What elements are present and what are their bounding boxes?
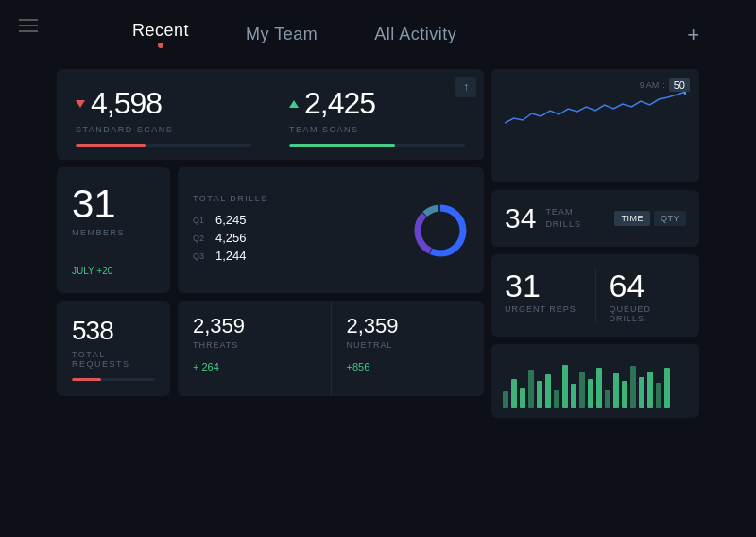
drills-q2-row: Q2 4,256 [193,231,397,245]
bar-item [562,365,568,408]
threats-number: 2,359 [193,314,316,338]
bar-item [630,366,636,408]
drills-q3-value: 1,244 [215,249,247,263]
requests-number: 538 [72,316,155,346]
team-scans-number: 2,425 [289,86,465,121]
threats-block: 2,359 THREATS + 264 [178,301,332,396]
standard-scans-label: STANDARD SCANS [76,125,251,134]
bar-item [545,374,551,408]
requests-bar-fill [72,378,101,381]
requests-label: TOTAL REQUESTS [72,350,155,369]
middle-row: 31 MEMBERS JULY +20 TOTAL DRILLS Q1 6,24… [57,167,484,293]
bar-item [664,368,670,408]
drills-title: TOTAL DRILLS [193,194,397,203]
team-scans-bar [289,144,465,147]
bar-item [503,391,508,408]
time-button[interactable]: TIME [614,211,650,226]
standard-scans-bar-fill [76,144,146,147]
queued-block: 64 QUEUED DRILLS [596,268,687,323]
drills-q1-row: Q1 6,245 [193,213,397,227]
qty-button[interactable]: QTY [654,211,686,226]
bar-item [511,379,517,408]
nav-recent[interactable]: Recent [132,21,189,48]
up-arrow-icon [289,100,299,108]
drills-q3-label: Q3 [193,251,208,261]
members-label: MEMBERS [72,228,155,237]
team-scans-block: 2,425 TEAM SCANS [270,69,484,160]
bar-item [596,368,602,408]
requests-card: 538 TOTAL REQUESTS [57,301,170,396]
stats-card: ↑ 4,598 STANDARD SCANS 2,42 [57,69,484,160]
members-card: 31 MEMBERS JULY +20 [57,167,170,293]
left-panel: ↑ 4,598 STANDARD SCANS 2,42 [57,69,484,418]
urgent-block: 31 URGENT REPS [505,268,596,323]
bar-item [639,377,644,408]
nav-plus-button[interactable]: + [687,23,699,47]
bar-item [579,372,585,408]
down-arrow-icon [76,100,85,108]
bar-item [528,370,534,408]
drills-q2-value: 4,256 [215,231,247,245]
bar-chart-area [503,361,688,408]
bar-item [588,379,593,408]
team-drills-label: TEAM DRILLS [545,206,581,230]
threats-label: THREATS [193,340,316,350]
team-drills-card: 34 TEAM DRILLS TIME QTY [491,190,699,247]
neutral-delta: +856 [347,361,470,372]
threats-card: 2,359 THREATS + 264 2,359 NUETRAL +856 [178,301,484,396]
requests-bar [72,378,155,381]
neutral-block: 2,359 NUETRAL +856 [332,301,485,396]
team-scans-bar-fill [289,144,395,147]
team-drills-number: 34 [505,202,536,234]
neutral-label: NUETRAL [347,340,470,350]
standard-scans-number: 4,598 [76,86,251,121]
team-drills-buttons: TIME QTY [614,211,686,226]
standard-scans-bar [76,144,251,147]
urgent-label: URGENT REPS [505,304,582,314]
team-scans-label: TEAM SCANS [289,125,465,134]
bar-item [605,390,610,408]
chart-time-label: 9 AM [640,80,660,90]
urgent-number: 31 [505,268,582,304]
standard-scans-block: 4,598 STANDARD SCANS [57,69,270,160]
line-chart-card: 9 AM : 50 [491,69,699,182]
bar-item [520,388,525,408]
bar-item [537,381,542,408]
nav-my-team[interactable]: My Team [246,25,318,44]
bar-item [613,373,619,408]
bottom-row: 538 TOTAL REQUESTS 2,359 THREATS + 264 2… [57,301,484,396]
drills-q1-value: 6,245 [215,213,247,227]
members-july: JULY +20 [72,266,155,276]
chart-time-badge: 9 AM : 50 [640,78,690,92]
neutral-number: 2,359 [347,314,470,338]
drills-info: TOTAL DRILLS Q1 6,245 Q2 4,256 Q3 1,244 [193,194,397,267]
drills-q2-label: Q2 [193,234,208,243]
top-navigation: Recent My Team All Activity + [0,0,756,69]
bar-item [656,383,662,408]
donut-chart [412,202,469,259]
bar-item [571,384,576,408]
bar-item [647,372,653,408]
dashboard: ↑ 4,598 STANDARD SCANS 2,42 [0,69,756,418]
right-panel: 9 AM : 50 34 TEAM DRILLS TIME QTY [491,69,699,418]
top-row: ↑ 4,598 STANDARD SCANS 2,42 [57,69,484,160]
drills-q3-row: Q3 1,244 [193,249,397,263]
hamburger-menu[interactable] [19,19,38,32]
queued-label: QUEUED DRILLS [610,304,687,323]
bar-item [554,390,559,408]
chart-time-value: 50 [669,78,690,92]
nav-all-activity[interactable]: All Activity [374,25,456,44]
drills-card: TOTAL DRILLS Q1 6,245 Q2 4,256 Q3 1,244 [178,167,484,293]
urgent-queued-card: 31 URGENT REPS 64 QUEUED DRILLS [491,254,699,337]
bar-chart-card [491,344,699,418]
queued-number: 64 [610,268,687,304]
bar-item [622,381,627,408]
members-number: 31 [72,184,155,224]
drills-q1-label: Q1 [193,216,208,225]
threats-delta: + 264 [193,361,316,372]
